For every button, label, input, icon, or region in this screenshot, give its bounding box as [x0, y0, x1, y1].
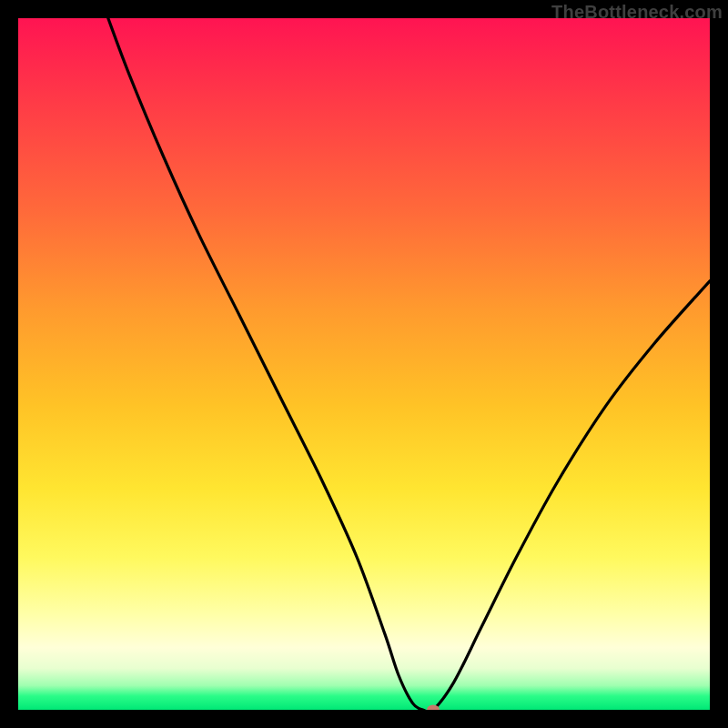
- watermark-text: TheBottleneck.com: [551, 2, 723, 23]
- chart-frame: TheBottleneck.com: [0, 0, 728, 728]
- optimal-point-marker: [427, 705, 440, 711]
- plot-area: [18, 18, 710, 710]
- bottleneck-curve: [18, 18, 710, 710]
